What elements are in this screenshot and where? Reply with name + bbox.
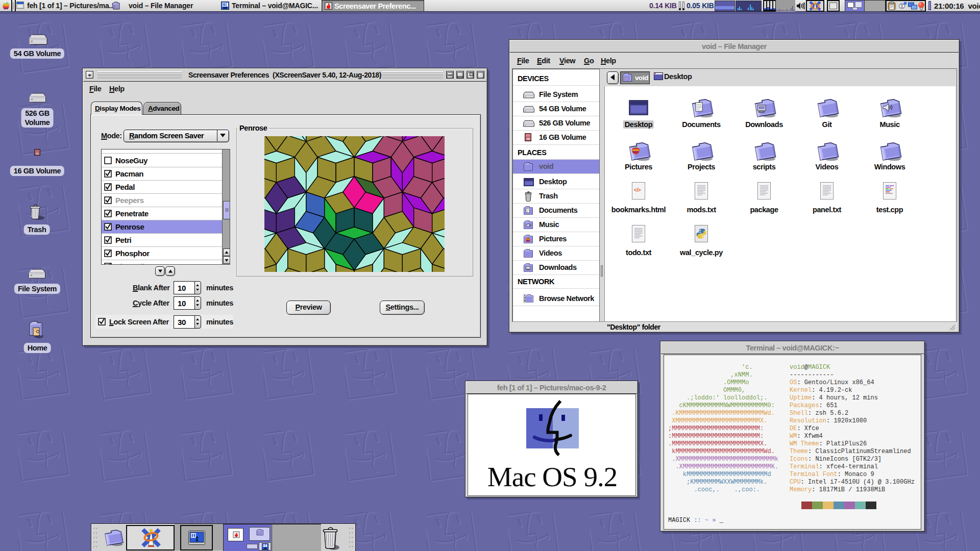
svg-text:</>: </>: [634, 187, 641, 193]
svg-text:?: ?: [115, 4, 117, 9]
svg-text:SD: SD: [36, 152, 39, 155]
svg-text:SD: SD: [526, 137, 531, 140]
svg-text:?: ?: [625, 77, 628, 81]
